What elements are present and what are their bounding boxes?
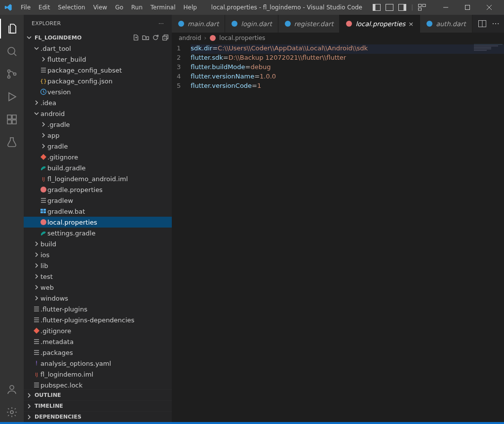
code-line[interactable]: flutter.versionCode=1 <box>191 82 504 91</box>
new-file-icon[interactable] <box>132 34 139 41</box>
svg-point-14 <box>8 70 10 73</box>
folder--idea[interactable]: .idea <box>24 97 172 108</box>
dart-icon <box>426 20 433 27</box>
menu-go[interactable]: Go <box>111 2 127 13</box>
folder-flutter-build[interactable]: flutter_build <box>24 54 172 65</box>
file-local-properties[interactable]: local.properties <box>24 217 172 228</box>
file-pubspec-lock[interactable]: pubspec.lock <box>24 380 172 389</box>
code-line[interactable]: sdk.dir=C:\\Users\\Coder\\AppData\\Local… <box>191 44 504 54</box>
tree-label: flutter_build <box>47 56 86 63</box>
collapse-all-icon[interactable] <box>162 34 169 41</box>
project-section-header[interactable]: FL_LOGINDEMO <box>24 32 172 43</box>
folder-test[interactable]: test <box>24 271 172 282</box>
maximize-button[interactable] <box>457 0 478 15</box>
code-line[interactable]: flutter.sdk=D:\\Backup 12072021\\flutter… <box>191 54 504 63</box>
file-settings-gradle[interactable]: settings.gradle <box>24 228 172 238</box>
tab-register-dart[interactable]: register.dart <box>278 15 340 33</box>
code-line[interactable]: flutter.versionName=1.0.0 <box>191 73 504 82</box>
chevron-right-icon <box>33 241 40 246</box>
status-bar[interactable] <box>0 422 504 424</box>
file-package-config-subset[interactable]: package_config_subset <box>24 65 172 76</box>
file-gradle-properties[interactable]: gradle.properties <box>24 184 172 195</box>
layout-left-icon[interactable] <box>373 4 381 11</box>
file--gitignore[interactable]: .gitignore <box>24 325 172 336</box>
file-gradlew-bat[interactable]: gradlew.bat <box>24 206 172 217</box>
explorer-title: EXPLORER <box>32 20 61 27</box>
layout-right-icon[interactable] <box>398 4 406 11</box>
accounts-activity[interactable] <box>0 380 24 399</box>
source-control-activity[interactable] <box>0 64 24 84</box>
tree-label: .gitignore <box>47 154 78 161</box>
tab-local-properties[interactable]: local.properties× <box>340 15 420 33</box>
minimap[interactable] <box>474 43 503 58</box>
breadcrumb-folder[interactable]: android <box>179 35 201 41</box>
folder-app[interactable]: app <box>24 130 172 141</box>
folder-lib[interactable]: lib <box>24 260 172 271</box>
timeline-section[interactable]: TIMELINE <box>24 400 172 411</box>
close-icon[interactable]: × <box>408 20 414 28</box>
tree-label: .dart_tool <box>40 45 71 52</box>
file-version[interactable]: version <box>24 86 172 97</box>
search-activity[interactable] <box>0 41 24 61</box>
run-debug-activity[interactable] <box>0 87 24 107</box>
file-gradlew[interactable]: gradlew <box>24 195 172 206</box>
text-editor[interactable]: 12345 sdk.dir=C:\\Users\\Coder\\AppData\… <box>172 43 504 91</box>
file-fl-logindemo-android-iml[interactable]: IJfl_logindemo_android.iml <box>24 173 172 184</box>
folder-windows[interactable]: windows <box>24 293 172 304</box>
testing-activity[interactable] <box>0 132 24 152</box>
folder--gradle[interactable]: .gradle <box>24 119 172 130</box>
new-folder-icon[interactable] <box>142 34 149 41</box>
breadcrumbs[interactable]: android › local.properties <box>172 33 504 43</box>
split-editor-icon[interactable] <box>478 20 486 27</box>
file--metadata[interactable]: .metadata <box>24 336 172 347</box>
tab-main-dart[interactable]: main.dart <box>172 15 225 33</box>
minimize-button[interactable] <box>435 0 457 15</box>
more-actions-icon[interactable]: ··· <box>492 19 500 29</box>
tab-label: local.properties <box>355 20 405 28</box>
file--gitignore[interactable]: .gitignore <box>24 152 172 162</box>
file--packages[interactable]: .packages <box>24 347 172 358</box>
breadcrumb-file[interactable]: local.properties <box>219 35 265 41</box>
activity-bar <box>0 15 24 422</box>
outline-section[interactable]: OUTLINE <box>24 389 172 400</box>
menu-help[interactable]: Help <box>180 2 201 13</box>
menu-view[interactable]: View <box>89 2 111 13</box>
close-window-button[interactable] <box>478 0 500 15</box>
menu-file[interactable]: File <box>17 2 35 13</box>
tree-label: build.gradle <box>47 164 86 172</box>
menu-edit[interactable]: Edit <box>35 2 54 13</box>
extensions-activity[interactable] <box>0 110 24 129</box>
folder-android[interactable]: android <box>24 108 172 119</box>
folder-web[interactable]: web <box>24 282 172 293</box>
file-fl-logindemo-iml[interactable]: IJfl_logindemo.iml <box>24 369 172 380</box>
folder-ios[interactable]: ios <box>24 249 172 260</box>
folder-gradle[interactable]: gradle <box>24 141 172 152</box>
tree-label: .flutter-plugins <box>40 306 87 313</box>
explorer-activity[interactable] <box>0 19 24 39</box>
chevron-right-icon <box>27 415 32 420</box>
chevron-down-icon <box>27 35 32 40</box>
tab-auth-dart[interactable]: auth.dart <box>420 15 472 33</box>
file--flutter-plugins-dependencies[interactable]: .flutter-plugins-dependencies <box>24 314 172 325</box>
folder--dart-tool[interactable]: .dart_tool <box>24 43 172 54</box>
menu-terminal[interactable]: Terminal <box>147 2 180 13</box>
explorer-more-icon[interactable]: ··· <box>158 20 164 27</box>
menu-run[interactable]: Run <box>127 2 147 13</box>
menu-selection[interactable]: Selection <box>54 2 89 13</box>
code-line[interactable]: flutter.buildMode=debug <box>191 63 504 73</box>
tab-login-dart[interactable]: login.dart <box>225 15 278 33</box>
dependencies-section[interactable]: DEPENDENCIES <box>24 411 172 422</box>
code-lines[interactable]: sdk.dir=C:\\Users\\Coder\\AppData\\Local… <box>191 44 504 91</box>
layout-customize-icon[interactable] <box>418 4 426 11</box>
file-package-config-json[interactable]: {}package_config.json <box>24 76 172 86</box>
file--flutter-plugins[interactable]: .flutter-plugins <box>24 304 172 314</box>
dart-icon <box>231 20 238 27</box>
layout-bottom-icon[interactable] <box>386 4 393 11</box>
settings-activity[interactable] <box>0 402 24 422</box>
refresh-icon[interactable] <box>152 34 159 41</box>
line-number: 5 <box>177 82 181 91</box>
chevron-right-icon <box>33 263 40 268</box>
file-build-gradle[interactable]: build.gradle <box>24 162 172 173</box>
folder-build[interactable]: build <box>24 238 172 249</box>
file-analysis-options-yaml[interactable]: !analysis_options.yaml <box>24 358 172 369</box>
